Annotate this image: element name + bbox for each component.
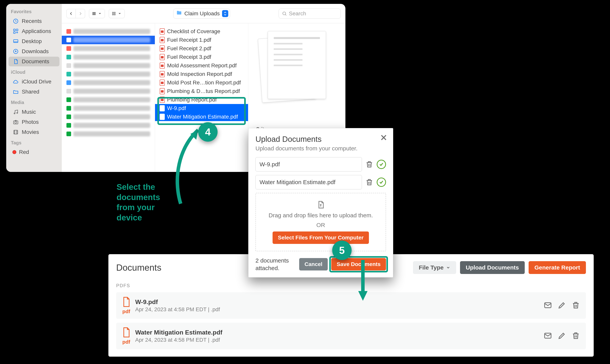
file-row[interactable]: Mold Inspection Report.pdf bbox=[155, 70, 248, 78]
list-item[interactable] bbox=[62, 53, 155, 61]
sidebar-item-music[interactable]: Music bbox=[9, 107, 59, 117]
folder-name: Claim Uploads bbox=[184, 11, 220, 17]
document-card[interactable]: pdfWater Mitigation Estimate.pdfApr 24, … bbox=[116, 323, 586, 349]
svg-rect-13 bbox=[95, 12, 96, 15]
sidebar-item-downloads[interactable]: Downloads bbox=[9, 47, 59, 56]
file-row[interactable]: Checklist of Coverage bbox=[155, 27, 248, 36]
list-item[interactable] bbox=[62, 95, 155, 104]
pdf-icon bbox=[160, 79, 165, 86]
sidebar-item-label: iCloud Drive bbox=[22, 78, 52, 85]
film-icon bbox=[13, 129, 19, 135]
sidebar-item-photos[interactable]: Photos bbox=[9, 117, 59, 127]
list-item[interactable] bbox=[62, 70, 155, 78]
email-document-button[interactable] bbox=[543, 331, 552, 341]
pencil-icon bbox=[557, 331, 566, 340]
back-button[interactable] bbox=[67, 9, 76, 18]
list-item[interactable] bbox=[62, 130, 155, 138]
list-item[interactable] bbox=[62, 44, 155, 53]
file-name: W-9.pdf bbox=[167, 105, 186, 111]
file-row[interactable]: Fuel Receipt 3.pdf bbox=[155, 53, 248, 61]
document-meta: Apr 24, 2023 at 4:58 PM EDT | .pdf bbox=[135, 306, 220, 312]
list-item[interactable] bbox=[62, 36, 155, 44]
file-row[interactable]: Mold Post Re…tion Report.pdf bbox=[155, 78, 248, 87]
sidebar-item-label: Shared bbox=[22, 89, 39, 95]
file-row[interactable]: W-9.pdf bbox=[155, 104, 248, 113]
music-icon bbox=[13, 109, 19, 115]
svg-rect-1 bbox=[14, 29, 15, 31]
sidebar-item-documents[interactable]: Documents bbox=[9, 57, 59, 66]
file-row[interactable]: Fuel Receipt 1.pdf bbox=[155, 36, 248, 44]
view-mode-button[interactable] bbox=[89, 9, 105, 18]
list-item[interactable] bbox=[62, 87, 155, 95]
upload-documents-button[interactable]: Upload Documents bbox=[460, 261, 525, 274]
sidebar-item-movies[interactable]: Movies bbox=[9, 127, 59, 137]
svg-point-9 bbox=[15, 121, 17, 123]
svg-rect-2 bbox=[16, 29, 18, 31]
check-icon bbox=[379, 162, 384, 167]
svg-point-6 bbox=[14, 113, 15, 114]
sidebar-item-icloud-drive[interactable]: iCloud Drive bbox=[9, 77, 59, 87]
document-icon bbox=[13, 58, 19, 65]
finder-column-1 bbox=[62, 23, 155, 172]
delete-file-button[interactable] bbox=[365, 160, 374, 169]
group-by-button[interactable] bbox=[109, 9, 125, 18]
file-row[interactable]: Mold Assessment Report.pdf bbox=[155, 61, 248, 70]
upload-file-icon bbox=[260, 200, 382, 210]
arrow-to-documents-panel bbox=[357, 260, 369, 303]
edit-document-button[interactable] bbox=[557, 301, 566, 310]
file-row[interactable]: Fuel Receipt 2.pdf bbox=[155, 44, 248, 53]
nav-buttons bbox=[67, 9, 85, 18]
file-type-label: File Type bbox=[419, 264, 444, 271]
apps-icon bbox=[13, 28, 19, 35]
delete-file-button[interactable] bbox=[365, 178, 374, 187]
list-item[interactable] bbox=[62, 27, 155, 36]
search-input[interactable]: Search bbox=[278, 9, 341, 19]
file-type-filter[interactable]: File Type bbox=[413, 261, 456, 274]
email-document-button[interactable] bbox=[543, 301, 552, 310]
list-item[interactable] bbox=[62, 121, 155, 130]
list-item[interactable] bbox=[62, 104, 155, 113]
sidebar-item-applications[interactable]: Applications bbox=[9, 26, 59, 36]
folder-path-selector[interactable]: Claim Uploads bbox=[173, 9, 230, 19]
list-item[interactable] bbox=[62, 113, 155, 121]
pdf-icon bbox=[160, 45, 165, 52]
file-row[interactable]: Plumbing & D…tus Report.pdf bbox=[155, 87, 248, 95]
list-item[interactable] bbox=[62, 61, 155, 70]
file-row[interactable]: Water Mitigation Estimate.pdf bbox=[155, 113, 248, 121]
pdf-file-icon bbox=[122, 297, 131, 308]
select-files-button[interactable]: Select Files From Your Computer bbox=[273, 232, 369, 244]
list-item[interactable] bbox=[62, 78, 155, 87]
svg-rect-4 bbox=[14, 39, 18, 42]
sidebar-item-recents[interactable]: Recents bbox=[9, 16, 59, 26]
document-name: Water Mitigation Estimate.pdf bbox=[135, 329, 222, 336]
edit-document-button[interactable] bbox=[557, 331, 566, 341]
file-name: Mold Assessment Report.pdf bbox=[167, 63, 237, 69]
sidebar-item-label: Movies bbox=[22, 129, 39, 135]
file-row[interactable]: Plumbing Report.pdf bbox=[155, 95, 248, 104]
document-card[interactable]: pdfW-9.pdfApr 24, 2023 at 4:58 PM EDT | … bbox=[116, 292, 586, 319]
dropzone[interactable]: Drag and drop files here to upload them.… bbox=[255, 193, 386, 251]
sidebar-item-shared[interactable]: Shared bbox=[9, 87, 59, 97]
dialog-subtitle: Upload documents from your computer. bbox=[255, 145, 386, 152]
delete-document-button[interactable] bbox=[571, 331, 580, 341]
svg-point-18 bbox=[283, 12, 286, 15]
pdf-icon bbox=[160, 105, 165, 111]
file-type-tag: pdf bbox=[122, 309, 130, 314]
close-button[interactable] bbox=[380, 134, 388, 143]
forward-button[interactable] bbox=[76, 9, 85, 18]
cancel-button[interactable]: Cancel bbox=[299, 258, 328, 271]
mail-icon bbox=[543, 301, 552, 310]
svg-rect-16 bbox=[112, 14, 114, 15]
step-badge-4: 4 bbox=[198, 122, 218, 142]
sidebar-section-favorites: Favorites bbox=[6, 6, 62, 16]
sidebar-item-tag-red[interactable]: Red bbox=[9, 147, 59, 157]
trash-icon bbox=[571, 331, 580, 340]
trash-icon bbox=[365, 178, 373, 186]
generate-report-button[interactable]: Generate Report bbox=[529, 261, 586, 274]
sidebar-item-desktop[interactable]: Desktop bbox=[9, 37, 59, 46]
close-icon bbox=[380, 134, 388, 142]
delete-document-button[interactable] bbox=[571, 301, 580, 310]
sidebar-section-tags: Tags bbox=[6, 137, 62, 147]
upload-success-indicator bbox=[377, 178, 386, 187]
file-name: Fuel Receipt 2.pdf bbox=[167, 45, 211, 52]
